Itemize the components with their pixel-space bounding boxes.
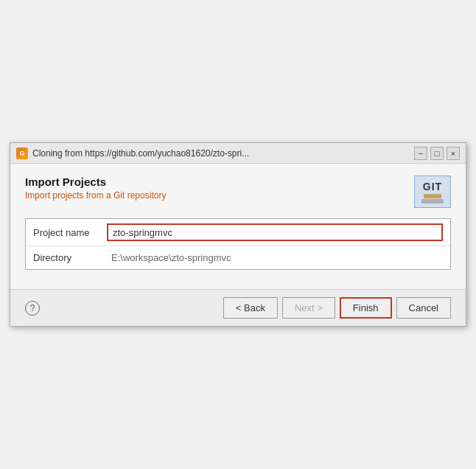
minimize-button[interactable]: − [414,147,427,160]
restore-button[interactable]: □ [430,147,444,160]
titlebar-left: G Cloning from https://github.com/yuchao… [16,147,249,159]
help-button[interactable]: ? [25,301,40,316]
nav-buttons: < Back Next > Finish Cancel [223,297,451,319]
header-area: Import Projects Import projects from a G… [25,176,451,208]
git-icon: GIT [414,176,451,208]
form-area: Project name Directory E:\workspace\zto-… [25,218,451,270]
git-icon-bottom [421,199,444,204]
page-title: Import Projects [25,176,166,188]
cancel-button[interactable]: Cancel [396,297,451,319]
app-icon-text: G [19,150,24,157]
next-button[interactable]: Next > [282,297,335,319]
project-name-label: Project name [33,227,107,238]
directory-row: Directory E:\workspace\zto-springmvc [26,246,450,269]
finish-button[interactable]: Finish [340,297,392,319]
window-title: Cloning from https://github.com/yuchao81… [32,148,249,159]
project-name-input[interactable] [107,223,443,241]
window-controls: − □ × [414,147,460,160]
header-text: Import Projects Import projects from a G… [25,176,166,201]
directory-value: E:\workspace\zto-springmvc [107,251,443,265]
directory-label: Directory [33,252,107,263]
close-button[interactable]: × [447,147,460,160]
main-content: Import Projects Import projects from a G… [10,164,466,289]
titlebar: G Cloning from https://github.com/yuchao… [10,143,466,164]
git-icon-connector [424,194,441,198]
bottom-area: ? < Back Next > Finish Cancel [10,289,466,326]
main-window: G Cloning from https://github.com/yuchao… [10,142,466,327]
back-button[interactable]: < Back [223,297,278,319]
app-icon: G [16,147,28,159]
project-name-row: Project name [26,219,450,246]
page-subtitle: Import projects from a Git repository [25,190,166,201]
git-icon-label: GIT [423,181,442,192]
